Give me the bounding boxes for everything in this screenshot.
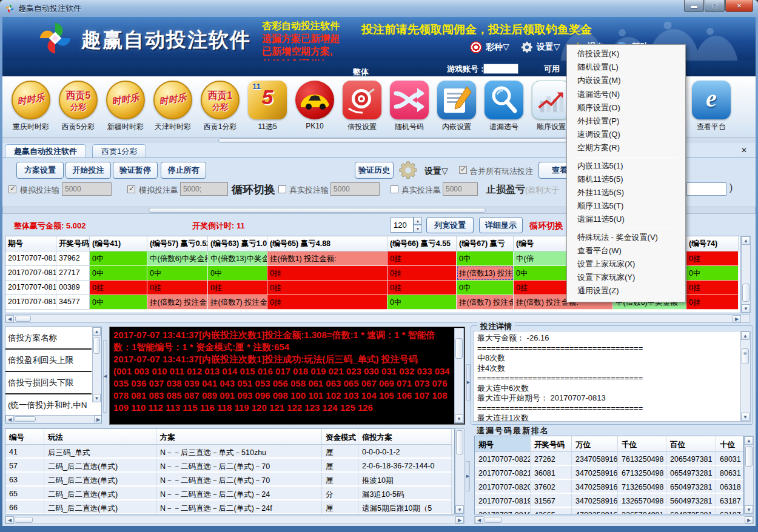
start-betting-button[interactable]: 开始投注 (65, 162, 111, 179)
draw-code-cell[interactable]: 37962 (56, 251, 90, 266)
option-list-item[interactable]: (统一倍投)并和时,中N (5, 394, 92, 417)
context-menu-item[interactable]: 内嵌设置(M) (568, 74, 684, 87)
bet-result-cell[interactable]: 0挂 (267, 281, 387, 295)
column-header[interactable]: 玩法 (44, 429, 156, 445)
option-list-hscrollbar[interactable]: ◀▶ (5, 415, 102, 423)
context-menu-item[interactable]: 顺序11选5(T) (568, 199, 684, 213)
bet-result-cell[interactable]: 0挂 (267, 295, 387, 310)
context-menu-item[interactable]: 外挂设置(P) (568, 115, 684, 128)
sim-win-input[interactable] (180, 182, 228, 196)
right-splitter[interactable]: ▶ (466, 364, 471, 401)
bet-result-cell[interactable]: 0中 (90, 266, 147, 281)
verify-history-button[interactable]: 验证历史 (355, 162, 394, 179)
bet-result-cell[interactable]: 0挂 (387, 266, 457, 281)
context-menu-item[interactable]: 设置上家玩家(X) (568, 258, 684, 271)
context-menu-item[interactable]: 随机设置(L) (568, 61, 684, 74)
draw-code-cell[interactable]: 00389 (56, 281, 90, 295)
context-menu-item[interactable]: 通用设置(Z) (568, 284, 684, 298)
plan-table-hscroll-thumb[interactable] (15, 517, 33, 523)
miss-row[interactable]: 20170707-0820376023470258916713265049865… (475, 480, 743, 494)
column-header[interactable]: 十位 (716, 436, 743, 452)
bet-result-cell[interactable]: 0中 (686, 266, 739, 281)
option-list-item[interactable]: 倍投亏损回头下限 (5, 372, 92, 394)
option-list-item[interactable]: 倍投方案名称 (5, 327, 92, 350)
real-lose-checkbox[interactable] (278, 185, 286, 193)
context-menu-item[interactable]: 空期方案(R) (568, 141, 684, 155)
bet-result-cell[interactable]: 0挂 (686, 281, 739, 295)
merge-checkbox[interactable] (459, 166, 467, 174)
bet-result-cell[interactable]: 0中 (387, 295, 457, 310)
detail-vscrollbar[interactable]: ▲ ▼ (740, 331, 751, 422)
bet-result-cell[interactable]: 挂(倍数13) 投注金额: (457, 266, 514, 281)
column-header[interactable]: 万位 (572, 436, 618, 452)
toolbar-item-内嵌设置[interactable]: 内嵌设置 (437, 81, 477, 132)
context-menu-item[interactable]: 外挂11选5(S) (568, 186, 684, 199)
stop-all-button[interactable]: 停止所有 (161, 162, 206, 179)
account-field[interactable] (483, 64, 518, 74)
miss-table-hscrollbar[interactable]: ◀ ▶ (474, 516, 754, 524)
context-menu-item[interactable]: 速调设置(Q) (568, 128, 684, 141)
results-vscrollbar[interactable]: ▲ ▼ (741, 236, 751, 313)
detail-vscroll-thumb[interactable] (742, 348, 749, 364)
settings-dropdown[interactable]: 设置▽ (424, 166, 448, 177)
toolbar-item-随机号码[interactable]: 随机号码 (389, 81, 429, 132)
maximize-button[interactable]: ▢ (705, 0, 725, 12)
miss-row[interactable]: 20170707-0818436654703258916326570498160… (475, 508, 743, 514)
plan-row[interactable]: 63二码_后二直选(单式)N－－二码直选－后二(单式)－70厘推波10期 (5, 473, 454, 487)
context-menu-item[interactable]: 倍投设置(K) (568, 47, 684, 61)
column-header[interactable]: 开奖号码 (531, 436, 572, 452)
plan-table-hscrollbar[interactable]: ◀ ▶ (5, 516, 465, 524)
draw-code-cell[interactable]: 34577 (56, 295, 90, 310)
bet-result-cell[interactable]: 0挂 (267, 266, 387, 281)
stop-loss-input[interactable] (686, 182, 726, 196)
tab-xigong1[interactable]: 西贡1分彩 (92, 144, 146, 158)
log-vscroll-thumb[interactable] (455, 338, 463, 359)
toolbar-item-遗漏选号[interactable]: 遗漏选号 (484, 81, 524, 132)
draw-code-cell[interactable]: 27717 (56, 266, 90, 281)
context-menu-item[interactable]: 顺序设置(O) (568, 101, 684, 115)
column-header[interactable]: 期号 (475, 436, 531, 452)
toolbar-item-PK10[interactable]: PK10 (295, 81, 335, 130)
results-col-header[interactable]: (编号66) 赢亏4.55 (387, 236, 457, 251)
bet-result-cell[interactable]: 0挂 (90, 281, 147, 295)
toolbar-item-天津时时彩[interactable]: 时时乐天津时时彩 (153, 81, 193, 132)
bet-result-cell[interactable]: 0挂 (686, 251, 739, 266)
period-cell[interactable]: 20170707-0812 (5, 266, 56, 281)
results-col-header[interactable]: (编号57) 赢亏0.52 (147, 236, 208, 251)
plan-row[interactable]: 66二码_后二直选(单式)N－－二码直选－后二(单式)－24f厘遗漏5期后跟10… (5, 500, 454, 514)
results-col-header[interactable]: 期号 (5, 236, 56, 251)
column-header[interactable]: 百位 (666, 436, 716, 452)
column-header[interactable]: 千位 (618, 436, 666, 452)
column-header[interactable]: 方案 (156, 429, 322, 445)
bet-result-cell[interactable]: 0中 (457, 281, 514, 295)
option-list-item[interactable]: 倍投盈利回头上限 (5, 350, 92, 372)
miss-row[interactable]: 20170707-0821360813470258916671325049806… (475, 466, 743, 480)
plan-row[interactable]: 57二码_后二直选(单式)N－－二码直选－后二(单式)－70厘2-0-6-18-… (5, 459, 454, 473)
bet-result-cell[interactable]: 中(倍数6)中奖金额: (147, 251, 208, 266)
plan-table-vscrollbar[interactable]: ▼ (455, 428, 465, 514)
column-header[interactable]: 资金模式 (322, 429, 358, 445)
results-col-header[interactable]: (编号63) 赢亏1.034 (208, 236, 267, 251)
miss-row[interactable]: 20170707-0822272622347058916761325049820… (475, 452, 743, 466)
bet-result-cell[interactable]: 0中 (90, 295, 147, 310)
bet-result-cell[interactable]: 0挂 (208, 281, 267, 295)
bet-result-cell[interactable]: 0挂 (147, 281, 208, 295)
miss-table-vscrollbar[interactable]: ▲ ▼ (744, 436, 754, 514)
period-cell[interactable]: 20170707-0811 (5, 281, 56, 295)
results-hscroll-thumb[interactable] (15, 316, 31, 322)
plan-row[interactable]: 41后三码_单式N－－后三直选－单式－510zhu厘0-0-0-0-1-2 (5, 445, 454, 459)
bet-result-cell[interactable]: 中(倍数13)中奖金额: (208, 251, 267, 266)
spinner-up-icon[interactable]: ▲ (414, 217, 422, 225)
results-col-header[interactable]: (编号67) 赢亏 (457, 236, 514, 251)
toolbar-item-新疆时时彩[interactable]: 时时乐新疆时时彩 (106, 81, 146, 132)
tab-main[interactable]: 趣赢自动投注软件 (5, 144, 86, 158)
results-col-header[interactable]: 开奖号码 (56, 236, 90, 251)
sim-lose-input[interactable] (62, 182, 112, 196)
bet-result-cell[interactable]: 0挂 (686, 295, 739, 310)
toolbar-item-查看平台[interactable]: e查看平台 (691, 81, 731, 132)
bet-result-cell[interactable]: 0中 (457, 251, 514, 266)
context-menu-item[interactable]: 遗漏11选5(U) (568, 213, 684, 226)
plan-row[interactable]: 65二码_后二直选(单式)N－－二码直选－后二(单式)－24分漏3追10-5码 (5, 487, 454, 500)
results-col-header[interactable]: (编号41) (90, 236, 147, 251)
miss-row[interactable]: 20170707-0819315673470258916132657049856… (475, 494, 743, 508)
